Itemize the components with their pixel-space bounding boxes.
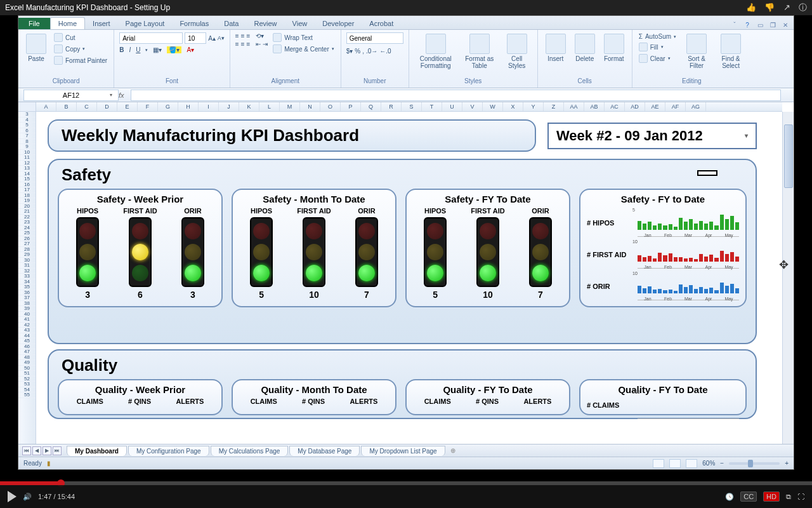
copy-button[interactable]: Copy ▾: [53, 44, 108, 54]
format-as-table-button[interactable]: Format as Table: [461, 32, 498, 70]
col-D[interactable]: D: [97, 102, 117, 111]
new-sheet-icon[interactable]: ⊕: [450, 447, 455, 454]
clear-button[interactable]: Clear ▾: [638, 53, 678, 64]
tab-developer[interactable]: Developer: [315, 18, 362, 29]
col-K[interactable]: K: [239, 102, 259, 111]
col-T[interactable]: T: [422, 102, 442, 111]
formula-bar[interactable]: [131, 90, 781, 101]
font-color-button[interactable]: A▾: [187, 46, 194, 53]
tab-prev-icon[interactable]: ◀: [32, 446, 41, 455]
dislike-icon[interactable]: 👎: [764, 3, 775, 12]
tab-review[interactable]: Review: [246, 18, 284, 29]
tab-page-layout[interactable]: Page Layout: [118, 18, 173, 29]
tab-last-icon[interactable]: ⏭: [53, 446, 62, 455]
col-AE[interactable]: AE: [645, 102, 665, 111]
fill-button[interactable]: Fill ▾: [638, 42, 678, 52]
sheet-tab-db[interactable]: My Database Page: [289, 446, 360, 456]
increase-font-icon[interactable]: A▴: [208, 35, 216, 42]
scrollbar-thumb[interactable]: [784, 124, 793, 188]
popout-icon[interactable]: ⧉: [786, 493, 791, 501]
autosum-button[interactable]: ΣAutoSum ▾: [638, 32, 678, 41]
info-icon[interactable]: ⓘ: [799, 3, 807, 12]
wrap-text-button[interactable]: Wrap Text: [272, 32, 336, 43]
col-C[interactable]: C: [77, 102, 97, 111]
currency-button[interactable]: $▾: [346, 48, 353, 55]
font-size-select[interactable]: [185, 32, 206, 44]
tab-home[interactable]: Home: [50, 17, 85, 29]
col-AA[interactable]: AA: [564, 102, 584, 111]
format-painter-button[interactable]: Format Painter: [53, 55, 108, 65]
week-selector[interactable]: Week #2 - 09 Jan 2012 ▾: [547, 123, 757, 149]
tab-view[interactable]: View: [285, 18, 315, 29]
zoom-in-icon[interactable]: +: [785, 460, 789, 467]
comma-button[interactable]: ,: [362, 48, 364, 55]
col-N[interactable]: N: [300, 102, 320, 111]
select-all-corner[interactable]: [18, 102, 36, 112]
col-Q[interactable]: Q: [361, 102, 381, 111]
col-H[interactable]: H: [178, 102, 199, 111]
align-right-icon[interactable]: ≡: [247, 41, 251, 48]
col-F[interactable]: F: [138, 102, 158, 111]
align-center-icon[interactable]: ≡: [241, 41, 245, 48]
col-AD[interactable]: AD: [625, 102, 645, 111]
col-I[interactable]: I: [199, 102, 219, 111]
col-U[interactable]: U: [442, 102, 462, 111]
align-left-icon[interactable]: ≡: [235, 41, 239, 48]
col-A[interactable]: A: [36, 102, 56, 111]
format-cell-button[interactable]: Format: [601, 32, 627, 64]
sort-filter-button[interactable]: Sort & Filter: [681, 32, 712, 70]
merge-center-button[interactable]: Merge & Center ▾: [272, 44, 336, 54]
cut-button[interactable]: Cut: [53, 32, 108, 43]
col-L[interactable]: L: [259, 102, 280, 111]
inc-decimal-button[interactable]: .0→: [366, 48, 377, 55]
like-icon[interactable]: 👍: [746, 3, 756, 12]
indent-inc-icon[interactable]: ⇥: [263, 41, 268, 48]
border-button[interactable]: ▦▾: [153, 46, 162, 53]
sheet-tab-dropdown[interactable]: My Dropdown List Page: [361, 446, 445, 456]
align-top-icon[interactable]: ≡: [235, 32, 239, 39]
name-box[interactable]: [23, 90, 119, 101]
fx-icon[interactable]: fx: [119, 91, 124, 99]
selected-cell[interactable]: [697, 170, 717, 176]
col-R[interactable]: R: [381, 102, 402, 111]
col-Y[interactable]: Y: [523, 102, 544, 111]
col-W[interactable]: W: [483, 102, 503, 111]
orientation-icon[interactable]: ⟲▾: [256, 32, 264, 39]
cell-styles-button[interactable]: Cell Styles: [502, 32, 532, 70]
zoom-out-icon[interactable]: −: [720, 460, 724, 467]
italic-button[interactable]: I: [129, 46, 131, 53]
namebox-dropdown-icon[interactable]: ▾: [110, 92, 112, 98]
align-mid-icon[interactable]: ≡: [241, 32, 245, 39]
number-format-select[interactable]: [346, 32, 403, 44]
conditional-formatting-button[interactable]: Conditional Formatting: [414, 32, 457, 70]
col-G[interactable]: G: [158, 102, 178, 111]
indent-dec-icon[interactable]: ⇤: [256, 41, 261, 48]
decrease-font-icon[interactable]: A▾: [218, 35, 225, 41]
col-M[interactable]: M: [280, 102, 300, 111]
fill-color-button[interactable]: 🪣▾: [167, 46, 181, 53]
tab-data[interactable]: Data: [216, 18, 246, 29]
col-AC[interactable]: AC: [605, 102, 625, 111]
col-AG[interactable]: AG: [686, 102, 706, 111]
tab-insert[interactable]: Insert: [85, 18, 118, 29]
view-layout-icon[interactable]: [669, 459, 681, 468]
col-AF[interactable]: AF: [665, 102, 686, 111]
tab-next-icon[interactable]: ▶: [43, 446, 51, 455]
row-headers[interactable]: 3456789101112131415161718192021222324252…: [18, 112, 36, 444]
find-select-button[interactable]: Find & Select: [716, 32, 746, 70]
volume-icon[interactable]: 🔊: [23, 493, 32, 501]
view-break-icon[interactable]: [686, 459, 697, 468]
zoom-slider[interactable]: [729, 462, 780, 465]
window-close-icon[interactable]: ✕: [781, 20, 790, 29]
fullscreen-icon[interactable]: ⛶: [797, 493, 804, 500]
bold-button[interactable]: B: [119, 46, 124, 53]
dec-decimal-button[interactable]: ←.0: [379, 48, 391, 55]
col-AB[interactable]: AB: [584, 102, 605, 111]
minimize-ribbon-icon[interactable]: ˇ: [730, 20, 739, 29]
align-bot-icon[interactable]: ≡: [247, 32, 251, 39]
tab-formulas[interactable]: Formulas: [172, 18, 216, 29]
col-E[interactable]: E: [117, 102, 138, 111]
vertical-scrollbar[interactable]: [782, 112, 794, 444]
col-O[interactable]: O: [320, 102, 341, 111]
tab-acrobat[interactable]: Acrobat: [362, 18, 401, 29]
